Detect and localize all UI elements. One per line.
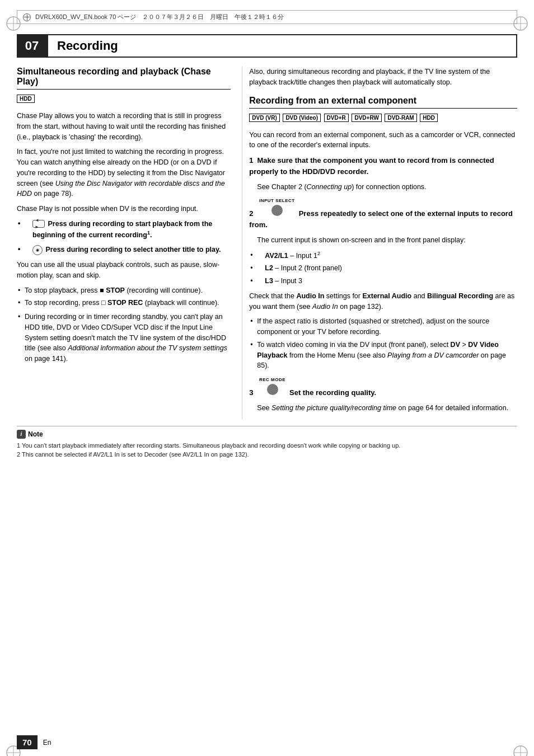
step1-number: 1	[249, 156, 253, 165]
note-icon: i	[17, 430, 26, 439]
bullet-aspect: If the aspect ratio is distorted (squash…	[249, 316, 517, 337]
step3-text: 3 REC MODE Set the recording quality.	[249, 377, 517, 398]
bullet-dv: To watch video coming in via the DV inpu…	[249, 340, 517, 371]
input-av2: AV2/L1 – Input 12	[249, 250, 517, 261]
step1-sub: See Chapter 2 (Connecting up) for connec…	[249, 182, 517, 192]
stop-bullet3: During recording or in timer recording s…	[17, 312, 231, 364]
page: DVRLX60D_WV_EN.book 70 ページ ２００７年３月２６日 月曜…	[0, 10, 534, 756]
step3-sub: See Setting the picture quality/recordin…	[249, 403, 517, 414]
badge-dvd-video: DVD (Video)	[283, 114, 321, 122]
rec-mode-icon	[267, 384, 278, 395]
step3-title: Set the recording quality.	[289, 388, 376, 397]
input-select-icon	[271, 205, 283, 216]
chapter-header: 07 Recording	[17, 34, 517, 58]
hdd-badge: HDD	[17, 95, 35, 103]
corner-decoration-br	[513, 745, 528, 756]
input-select-label: INPUT SELECT	[259, 198, 295, 204]
step2-sub: The current input is shown on-screen and…	[249, 235, 517, 246]
bullet1-text: Press during recording to start playback…	[32, 220, 212, 239]
content-area: Simultaneous recording and playback (Cha…	[17, 67, 517, 419]
note-header: i Note	[17, 430, 517, 439]
page-lang: En	[43, 739, 51, 746]
corner-decoration-tl	[6, 16, 21, 31]
step3-block: 3 REC MODE Set the recording quality. Se…	[249, 377, 517, 414]
check-para: Check that the Audio In settings for Ext…	[249, 291, 517, 312]
badge-dvdram: DVD-RAM	[385, 114, 416, 122]
note-label: Note	[28, 430, 43, 438]
left-para1: Chase Play allows you to watch a recordi…	[17, 111, 231, 142]
badge-hdd: HDD	[420, 114, 438, 122]
right-intro-para: You can record from an external componen…	[249, 130, 517, 151]
badge-dvdprw: DVD+RW	[352, 114, 381, 122]
note-section: i Note 1 You can't start playback immedi…	[17, 426, 517, 459]
disc-icon-inline: ◉	[32, 245, 43, 255]
step2-text: 2 INPUT SELECT Press repeatedly to selec…	[249, 198, 517, 231]
badge-dvdpr: DVD+R	[324, 114, 349, 122]
right-section-title: Recording from an external component	[249, 96, 517, 109]
step2-number: 2	[249, 209, 253, 218]
input-l3: L3 – Input 3	[249, 276, 517, 287]
topbar-text: DVRLX60D_WV_EN.book 70 ページ ２００７年３月２６日 月曜…	[35, 13, 284, 21]
note1: 1 You can't start playback immediately a…	[17, 441, 517, 450]
bullet-select-title: • ◉ Press during recording to select ano…	[17, 245, 231, 255]
note2: 2 This cannot be selected if AV2/L1 In i…	[17, 450, 517, 459]
left-para2: In fact, you're not just limited to watc…	[17, 147, 231, 199]
page-footer: 70 En	[17, 735, 51, 749]
right-column: Also, during simultaneous recording and …	[242, 67, 517, 419]
page-number: 70	[17, 735, 38, 749]
left-para3: Chase Play is not possible when DV is th…	[17, 204, 231, 214]
top-bar: DVRLX60D_WV_EN.book 70 ページ ２００７年３月２６日 月曜…	[17, 10, 517, 24]
chapter-number: 07	[17, 34, 47, 58]
chapter-title: Recording	[47, 34, 517, 58]
rec-mode-label: REC MODE	[259, 377, 285, 383]
step1-block: 1 Make sure that the component you want …	[249, 155, 517, 192]
left-section-title: Simultaneous recording and playback (Cha…	[17, 67, 231, 90]
left-para4: You can use all the usual playback contr…	[17, 260, 231, 281]
right-badge-row: DVD (VR) DVD (Video) DVD+R DVD+RW DVD-RA…	[249, 113, 517, 125]
step3-btn-wrapper: REC MODE	[259, 377, 285, 398]
right-intro: Also, during simultaneous recording and …	[249, 67, 517, 88]
bullet2-text: Press during recording to select another…	[45, 246, 221, 253]
input-l2: L2 – Input 2 (front panel)	[249, 263, 517, 274]
step2-block: 2 INPUT SELECT Press repeatedly to selec…	[249, 198, 517, 371]
stop-bullet1: To stop playback, press ■ STOP (recordin…	[17, 285, 231, 296]
step1-title: Make sure that the component you want to…	[249, 156, 494, 176]
badge-dvd-vr: DVD (VR)	[249, 114, 279, 122]
play-icon-inline: ◄ ►	[32, 220, 45, 228]
crosshair-icon	[23, 13, 31, 21]
step2-btn-wrapper: INPUT SELECT	[259, 198, 295, 219]
bullet-play-start: • ◄ ► Press during recording to start pl…	[17, 219, 231, 241]
step1-text: 1 Make sure that the component you want …	[249, 155, 517, 177]
step3-number: 3	[249, 388, 253, 397]
left-badge-row: HDD	[17, 94, 231, 106]
left-column: Simultaneous recording and playback (Cha…	[17, 67, 242, 419]
corner-decoration-tr	[513, 16, 528, 31]
stop-bullet2: To stop recording, press □ STOP REC (pla…	[17, 298, 231, 308]
